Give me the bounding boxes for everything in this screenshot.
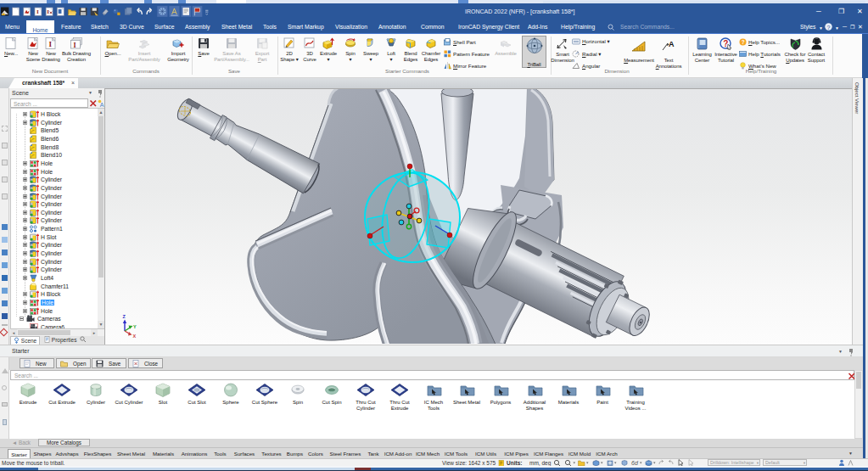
svg-text:I: I [49, 40, 53, 48]
svg-text:I: I [74, 42, 76, 49]
svg-text:?: ? [827, 25, 831, 31]
svg-text:X: X [133, 334, 137, 339]
svg-text:?: ? [742, 39, 745, 45]
svg-text:6d: 6d [631, 460, 639, 466]
svg-text:I: I [47, 8, 49, 15]
svg-text:Y: Y [133, 324, 137, 329]
svg-text:A: A [669, 40, 675, 48]
svg-text:I: I [36, 8, 39, 15]
svg-text:Z: Z [123, 314, 126, 319]
